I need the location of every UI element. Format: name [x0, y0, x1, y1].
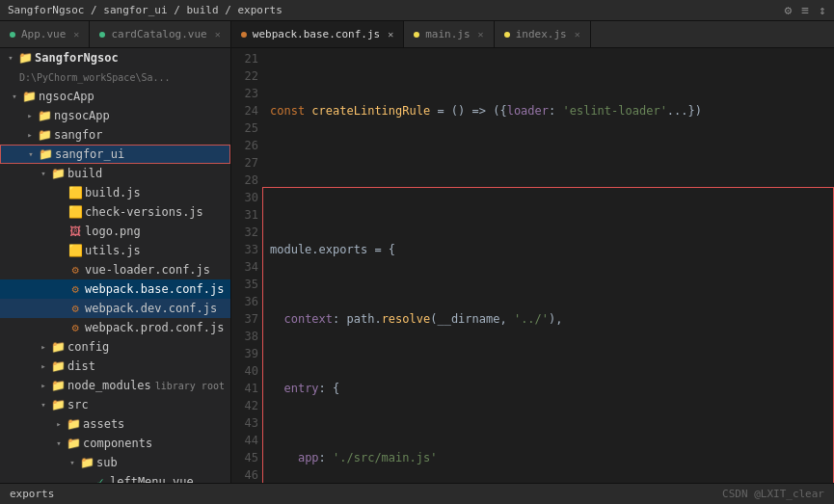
- arrow-icon: ▸: [37, 381, 50, 390]
- conf-dot-icon: [241, 32, 247, 38]
- folder-icon: 📁: [37, 109, 52, 122]
- sidebar-item-label: webpack.base.conf.js: [85, 282, 225, 296]
- sidebar-item-label: ngsocApp: [54, 109, 110, 122]
- tab-label: webpack.base.conf.js: [253, 28, 380, 40]
- sidebar-item-sub[interactable]: ▾ 📁 sub: [0, 453, 230, 472]
- sidebar-item-webpack-dev[interactable]: ⚙ webpack.dev.conf.js: [0, 299, 230, 318]
- vue-file-icon: ✓: [93, 475, 108, 483]
- folder-icon: 📁: [50, 379, 66, 392]
- sidebar-item-leftmenu[interactable]: ✓ leftMenu.vue: [0, 472, 230, 483]
- sidebar-item-vue-loader[interactable]: ⚙ vue-loader.conf.js: [0, 260, 230, 279]
- project-label[interactable]: SangforNgsoc / sangfor_ui / build / expo…: [8, 4, 282, 16]
- sidebar-item-sangforngsoc[interactable]: ▾ 📁 SangforNgsoc: [0, 48, 230, 67]
- sidebar[interactable]: ▾ 📁 SangforNgsoc D:\PyChorm_workSpace\Sa…: [0, 48, 231, 483]
- code-line: entry: {: [270, 380, 834, 397]
- sidebar-item-label: leftMenu.vue: [110, 475, 194, 483]
- code-line: [270, 172, 834, 189]
- sidebar-item-webpack-prod[interactable]: ⚙ webpack.prod.conf.js: [0, 318, 230, 337]
- sidebar-item-ngsocapp-inner[interactable]: ▸ 📁 ngsocApp: [0, 106, 230, 125]
- folder-icon: 📁: [66, 417, 81, 431]
- vue-dot-icon: [10, 32, 15, 38]
- conf-file-icon: ⚙: [67, 321, 83, 334]
- settings-icon[interactable]: ⚙: [785, 3, 793, 17]
- sidebar-item-label: utils.js: [85, 244, 141, 257]
- sidebar-item-ngsocapp[interactable]: ▾ 📁 ngsocApp: [0, 87, 230, 106]
- js-dot-icon: [504, 32, 510, 38]
- arrow-icon: ▾: [66, 458, 79, 467]
- menu-icon[interactable]: ≡: [801, 3, 809, 17]
- code-line: app: './src/main.js': [270, 449, 834, 466]
- sidebar-item-label: src: [67, 398, 89, 411]
- sidebar-item-logo-png[interactable]: 🖼 logo.png: [0, 222, 230, 241]
- close-icon[interactable]: ✕: [388, 29, 393, 40]
- sidebar-item-label: sub: [96, 456, 118, 469]
- sidebar-item-build-js[interactable]: 🟨 build.js: [0, 183, 230, 202]
- close-icon[interactable]: ✕: [478, 29, 484, 40]
- sidebar-item-label: check-versions.js: [85, 205, 203, 219]
- code-scroll[interactable]: 21 22 23 24 25 26 27 28 30 31 32 33 34 3…: [231, 48, 834, 483]
- folder-icon: 📁: [38, 147, 53, 161]
- close-icon[interactable]: ✕: [215, 29, 221, 40]
- sidebar-item-label: sangfor_ui: [55, 147, 124, 161]
- conf-file-icon: ⚙: [67, 282, 83, 296]
- sidebar-item-label: logo.png: [85, 225, 141, 238]
- sidebar-item-label: webpack.dev.conf.js: [85, 302, 217, 315]
- tab-app-vue[interactable]: App.vue ✕: [0, 21, 90, 48]
- arrow-icon: ▾: [52, 438, 66, 448]
- exports-label: exports: [10, 488, 54, 500]
- folder-icon: 📁: [66, 437, 81, 450]
- js-dot-icon: [414, 32, 419, 38]
- sidebar-item-label: config: [67, 340, 109, 354]
- vue-dot-icon: [99, 32, 105, 38]
- sidebar-item-sangfor-ui[interactable]: ▾ 📁 sangfor_ui: [0, 145, 230, 164]
- code-line: context: path.resolve(__dirname, '../'),: [270, 310, 834, 328]
- tab-main-js[interactable]: main.js ✕: [404, 21, 494, 48]
- sidebar-item-utils[interactable]: 🟨 utils.js: [0, 241, 230, 260]
- folder-icon: 📁: [50, 167, 66, 180]
- folder-icon: 📁: [50, 398, 66, 411]
- sidebar-item-sangfor[interactable]: ▸ 📁 sangfor: [0, 125, 230, 145]
- arrow-icon: ▸: [37, 342, 50, 352]
- arrow-icon: ▾: [37, 169, 50, 178]
- tab-index-js[interactable]: index.js ✕: [495, 21, 591, 48]
- tab-bar: App.vue ✕ cardCatalog.vue ✕ webpack.base…: [0, 21, 834, 48]
- sidebar-item-label: dist: [67, 359, 95, 373]
- tab-webpack-base[interactable]: webpack.base.conf.js ✕: [231, 21, 404, 48]
- sidebar-item-label: webpack.prod.conf.js: [85, 321, 225, 334]
- top-bar-icons: ⚙ ≡ ↕: [785, 3, 826, 17]
- folder-icon: 📁: [50, 340, 66, 354]
- arrow-icon: ▾: [4, 53, 17, 63]
- folder-icon: 📁: [79, 456, 94, 469]
- top-bar: SangforNgsoc / sangfor_ui / build / expo…: [0, 0, 834, 21]
- sidebar-item-config[interactable]: ▸ 📁 config: [0, 337, 230, 357]
- close-icon[interactable]: ✕: [73, 29, 79, 40]
- bottom-bar: exports CSDN @LXIT_clear: [0, 483, 834, 504]
- code-area: 21 22 23 24 25 26 27 28 30 31 32 33 34 3…: [231, 48, 834, 483]
- library-root-badge: library root: [155, 381, 225, 391]
- sangfor-label: SangforNgsoc / sangfor_ui / build / expo…: [8, 4, 282, 16]
- tab-label: App.vue: [21, 28, 66, 40]
- tab-card-catalog[interactable]: cardCatalog.vue ✕: [90, 21, 230, 48]
- sidebar-item-build[interactable]: ▾ 📁 build: [0, 164, 230, 183]
- arrow-icon: ▸: [37, 361, 50, 371]
- js-file-icon: 🟨: [67, 205, 83, 219]
- line-numbers: 21 22 23 24 25 26 27 28 30 31 32 33 34 3…: [231, 48, 266, 483]
- close-icon[interactable]: ✕: [575, 29, 580, 40]
- folder-icon: 📁: [17, 51, 33, 65]
- sidebar-item-label: vue-loader.conf.js: [85, 263, 210, 277]
- sidebar-item-node-modules[interactable]: ▸ 📁 node_modules library root: [0, 376, 230, 395]
- sort-icon[interactable]: ↕: [819, 3, 826, 17]
- sidebar-item-components[interactable]: ▾ 📁 components: [0, 434, 230, 453]
- sidebar-item-src[interactable]: ▾ 📁 src: [0, 395, 230, 414]
- sidebar-item-check-versions[interactable]: 🟨 check-versions.js: [0, 202, 230, 222]
- sidebar-item-assets[interactable]: ▸ 📁 assets: [0, 414, 230, 434]
- code-line: const createLintingRule = () => ({loader…: [270, 102, 834, 119]
- watermark: CSDN @LXIT_clear: [722, 488, 824, 500]
- png-file-icon: 🖼: [67, 225, 83, 238]
- sidebar-item-path: D:\PyChorm_workSpace\Sa...: [0, 67, 230, 87]
- sidebar-item-dist[interactable]: ▸ 📁 dist: [0, 357, 230, 376]
- arrow-icon: ▸: [23, 130, 37, 140]
- sidebar-item-webpack-base[interactable]: ⚙ webpack.base.conf.js: [0, 279, 230, 299]
- arrow-icon: ▾: [24, 149, 38, 159]
- js-file-icon: 🟨: [67, 186, 83, 199]
